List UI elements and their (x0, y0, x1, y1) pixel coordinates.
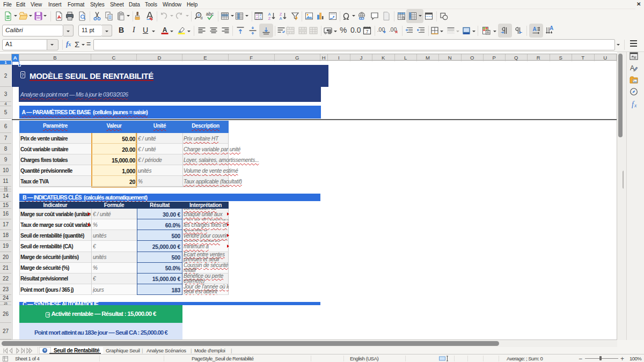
svg-text:x: x (634, 102, 637, 108)
